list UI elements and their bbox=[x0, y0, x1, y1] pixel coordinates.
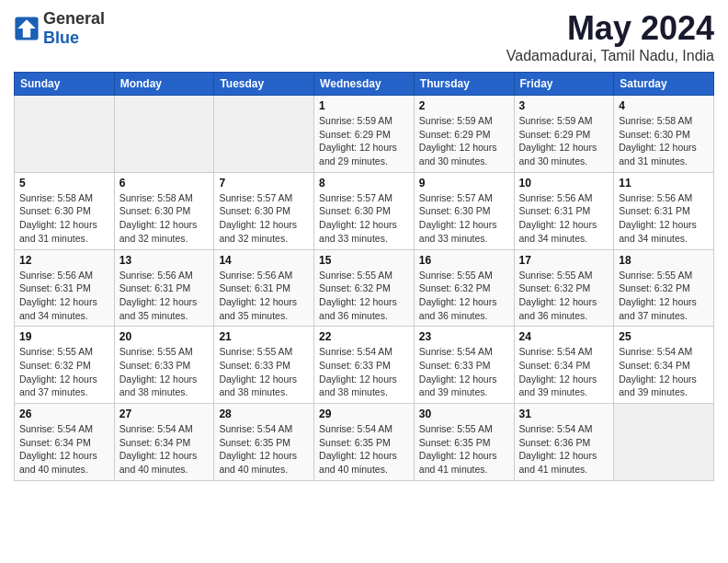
calendar-cell: 15Sunrise: 5:55 AM Sunset: 6:32 PM Dayli… bbox=[314, 249, 415, 327]
calendar-header-sunday: Sunday bbox=[15, 73, 115, 96]
calendar-header-friday: Friday bbox=[514, 73, 614, 96]
day-info: Sunrise: 5:56 AM Sunset: 6:31 PM Dayligh… bbox=[219, 269, 309, 323]
calendar-cell: 6Sunrise: 5:58 AM Sunset: 6:30 PM Daylig… bbox=[114, 172, 214, 249]
calendar-cell: 25Sunrise: 5:54 AM Sunset: 6:34 PM Dayli… bbox=[614, 327, 714, 404]
calendar-header-tuesday: Tuesday bbox=[214, 73, 314, 96]
calendar-cell: 14Sunrise: 5:56 AM Sunset: 6:31 PM Dayli… bbox=[214, 249, 314, 327]
logo-general: General bbox=[43, 9, 105, 28]
calendar-cell: 1Sunrise: 5:59 AM Sunset: 6:29 PM Daylig… bbox=[314, 96, 415, 173]
day-number: 19 bbox=[19, 330, 109, 343]
calendar-week-5: 26Sunrise: 5:54 AM Sunset: 6:34 PM Dayli… bbox=[15, 404, 714, 481]
day-number: 5 bbox=[19, 177, 109, 190]
title-block: May 2024 Vadamadurai, Tamil Nadu, India bbox=[506, 9, 714, 64]
day-number: 1 bbox=[319, 99, 409, 112]
day-info: Sunrise: 5:54 AM Sunset: 6:33 PM Dayligh… bbox=[319, 345, 409, 399]
day-info: Sunrise: 5:55 AM Sunset: 6:32 PM Dayligh… bbox=[619, 269, 709, 323]
day-info: Sunrise: 5:57 AM Sunset: 6:30 PM Dayligh… bbox=[419, 191, 509, 246]
calendar-body: 1Sunrise: 5:59 AM Sunset: 6:29 PM Daylig… bbox=[15, 96, 714, 481]
location-title: Vadamadurai, Tamil Nadu, India bbox=[506, 48, 714, 64]
month-title: May 2024 bbox=[506, 9, 714, 48]
day-info: Sunrise: 5:59 AM Sunset: 6:29 PM Dayligh… bbox=[419, 114, 509, 168]
day-number: 11 bbox=[619, 177, 709, 190]
day-info: Sunrise: 5:54 AM Sunset: 6:35 PM Dayligh… bbox=[319, 422, 409, 477]
calendar-cell: 3Sunrise: 5:59 AM Sunset: 6:29 PM Daylig… bbox=[514, 96, 614, 173]
day-number: 10 bbox=[519, 177, 609, 190]
day-info: Sunrise: 5:55 AM Sunset: 6:32 PM Dayligh… bbox=[19, 345, 109, 399]
calendar-cell: 9Sunrise: 5:57 AM Sunset: 6:30 PM Daylig… bbox=[414, 172, 514, 249]
day-number: 6 bbox=[119, 177, 210, 190]
day-info: Sunrise: 5:56 AM Sunset: 6:31 PM Dayligh… bbox=[19, 269, 109, 323]
calendar-cell: 29Sunrise: 5:54 AM Sunset: 6:35 PM Dayli… bbox=[314, 404, 415, 481]
day-info: Sunrise: 5:57 AM Sunset: 6:30 PM Dayligh… bbox=[219, 191, 309, 246]
day-number: 12 bbox=[19, 254, 109, 267]
calendar-cell: 19Sunrise: 5:55 AM Sunset: 6:32 PM Dayli… bbox=[15, 327, 115, 404]
day-number: 21 bbox=[219, 330, 309, 343]
calendar-cell: 24Sunrise: 5:54 AM Sunset: 6:34 PM Dayli… bbox=[514, 327, 614, 404]
day-info: Sunrise: 5:57 AM Sunset: 6:30 PM Dayligh… bbox=[319, 191, 409, 246]
calendar-cell: 13Sunrise: 5:56 AM Sunset: 6:31 PM Dayli… bbox=[114, 249, 214, 327]
day-info: Sunrise: 5:54 AM Sunset: 6:33 PM Dayligh… bbox=[419, 345, 509, 399]
calendar-cell: 10Sunrise: 5:56 AM Sunset: 6:31 PM Dayli… bbox=[514, 172, 614, 249]
page-header: General Blue May 2024 Vadamadurai, Tamil… bbox=[14, 9, 714, 64]
day-info: Sunrise: 5:56 AM Sunset: 6:31 PM Dayligh… bbox=[519, 191, 609, 246]
day-number: 9 bbox=[419, 177, 509, 190]
day-number: 15 bbox=[319, 254, 409, 267]
day-info: Sunrise: 5:55 AM Sunset: 6:33 PM Dayligh… bbox=[219, 345, 309, 399]
calendar-cell: 5Sunrise: 5:58 AM Sunset: 6:30 PM Daylig… bbox=[15, 172, 115, 249]
day-info: Sunrise: 5:56 AM Sunset: 6:31 PM Dayligh… bbox=[619, 191, 709, 246]
calendar-cell bbox=[15, 96, 115, 173]
day-number: 17 bbox=[519, 254, 609, 267]
calendar-cell: 20Sunrise: 5:55 AM Sunset: 6:33 PM Dayli… bbox=[114, 327, 214, 404]
calendar-header-thursday: Thursday bbox=[414, 73, 514, 96]
calendar-header-wednesday: Wednesday bbox=[314, 73, 415, 96]
logo: General Blue bbox=[14, 9, 105, 48]
calendar-cell bbox=[614, 404, 714, 481]
day-number: 16 bbox=[419, 254, 509, 267]
calendar-week-3: 12Sunrise: 5:56 AM Sunset: 6:31 PM Dayli… bbox=[15, 249, 714, 327]
day-info: Sunrise: 5:54 AM Sunset: 6:34 PM Dayligh… bbox=[519, 345, 609, 399]
calendar-cell: 23Sunrise: 5:54 AM Sunset: 6:33 PM Dayli… bbox=[414, 327, 514, 404]
calendar-cell: 31Sunrise: 5:54 AM Sunset: 6:36 PM Dayli… bbox=[514, 404, 614, 481]
day-number: 7 bbox=[219, 177, 309, 190]
day-number: 4 bbox=[619, 99, 709, 112]
day-number: 8 bbox=[319, 177, 409, 190]
calendar-cell: 16Sunrise: 5:55 AM Sunset: 6:32 PM Dayli… bbox=[414, 249, 514, 327]
day-number: 13 bbox=[119, 254, 210, 267]
calendar-cell bbox=[114, 96, 214, 173]
day-number: 18 bbox=[619, 254, 709, 267]
calendar-cell bbox=[214, 96, 314, 173]
day-info: Sunrise: 5:54 AM Sunset: 6:34 PM Dayligh… bbox=[19, 422, 109, 477]
calendar-cell: 17Sunrise: 5:55 AM Sunset: 6:32 PM Dayli… bbox=[514, 249, 614, 327]
day-info: Sunrise: 5:55 AM Sunset: 6:35 PM Dayligh… bbox=[419, 422, 509, 477]
day-info: Sunrise: 5:56 AM Sunset: 6:31 PM Dayligh… bbox=[119, 269, 210, 323]
day-number: 27 bbox=[119, 408, 210, 420]
calendar-cell: 30Sunrise: 5:55 AM Sunset: 6:35 PM Dayli… bbox=[414, 404, 514, 481]
calendar-header-row: SundayMondayTuesdayWednesdayThursdayFrid… bbox=[15, 73, 714, 96]
day-number: 2 bbox=[419, 99, 509, 112]
calendar-header-monday: Monday bbox=[114, 73, 214, 96]
day-number: 22 bbox=[319, 330, 409, 343]
day-info: Sunrise: 5:55 AM Sunset: 6:32 PM Dayligh… bbox=[319, 269, 409, 323]
calendar-header-saturday: Saturday bbox=[614, 73, 714, 96]
day-info: Sunrise: 5:58 AM Sunset: 6:30 PM Dayligh… bbox=[19, 191, 109, 246]
calendar-cell: 28Sunrise: 5:54 AM Sunset: 6:35 PM Dayli… bbox=[214, 404, 314, 481]
logo-blue: Blue bbox=[43, 29, 79, 47]
day-info: Sunrise: 5:54 AM Sunset: 6:34 PM Dayligh… bbox=[619, 345, 709, 399]
calendar-cell: 27Sunrise: 5:54 AM Sunset: 6:34 PM Dayli… bbox=[114, 404, 214, 481]
calendar-week-2: 5Sunrise: 5:58 AM Sunset: 6:30 PM Daylig… bbox=[15, 172, 714, 249]
calendar-cell: 7Sunrise: 5:57 AM Sunset: 6:30 PM Daylig… bbox=[214, 172, 314, 249]
calendar-cell: 4Sunrise: 5:58 AM Sunset: 6:30 PM Daylig… bbox=[614, 96, 714, 173]
calendar-cell: 8Sunrise: 5:57 AM Sunset: 6:30 PM Daylig… bbox=[314, 172, 415, 249]
day-number: 26 bbox=[19, 408, 109, 420]
calendar-week-4: 19Sunrise: 5:55 AM Sunset: 6:32 PM Dayli… bbox=[15, 327, 714, 404]
calendar-cell: 11Sunrise: 5:56 AM Sunset: 6:31 PM Dayli… bbox=[614, 172, 714, 249]
calendar-cell: 21Sunrise: 5:55 AM Sunset: 6:33 PM Dayli… bbox=[214, 327, 314, 404]
day-number: 31 bbox=[519, 408, 609, 420]
logo-text: General Blue bbox=[43, 9, 105, 48]
day-number: 20 bbox=[119, 330, 210, 343]
calendar-cell: 2Sunrise: 5:59 AM Sunset: 6:29 PM Daylig… bbox=[414, 96, 514, 173]
day-info: Sunrise: 5:54 AM Sunset: 6:35 PM Dayligh… bbox=[219, 422, 309, 477]
calendar-cell: 12Sunrise: 5:56 AM Sunset: 6:31 PM Dayli… bbox=[15, 249, 115, 327]
calendar-week-1: 1Sunrise: 5:59 AM Sunset: 6:29 PM Daylig… bbox=[15, 96, 714, 173]
day-info: Sunrise: 5:55 AM Sunset: 6:32 PM Dayligh… bbox=[519, 269, 609, 323]
